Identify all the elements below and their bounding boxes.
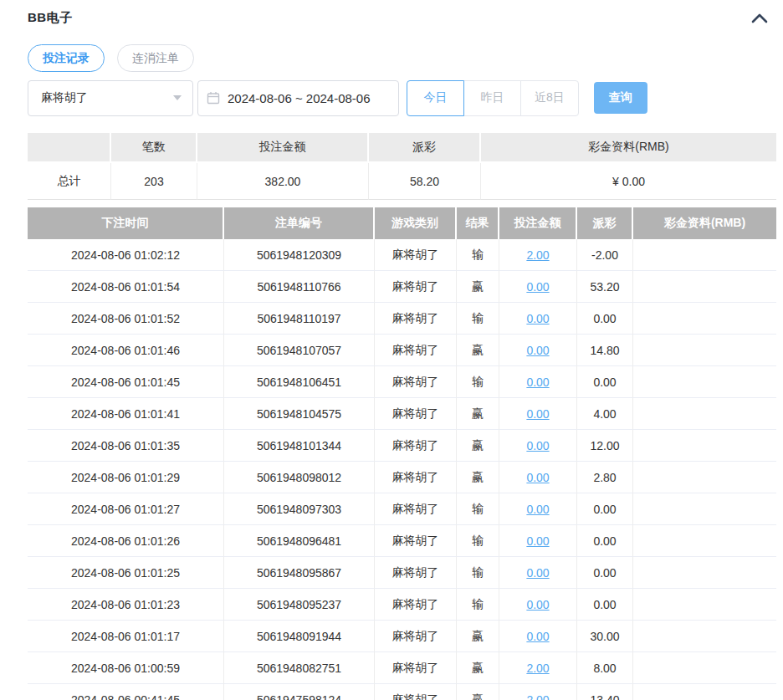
cell-bonus [633, 398, 776, 430]
cell-bonus [633, 525, 776, 557]
bet-amount-link[interactable]: 0.00 [526, 280, 549, 294]
last-8-days-button[interactable]: 近8日 [520, 80, 579, 116]
date-quick-buttons: 今日 昨日 近8日 [407, 80, 579, 116]
yesterday-button[interactable]: 昨日 [463, 80, 521, 116]
cell-result: 输 [457, 303, 499, 335]
table-row: 2024-08-06 01:01:455061948106451麻将胡了输0.0… [28, 366, 776, 398]
panel-header: BB电子 [28, 0, 776, 26]
table-row: 2024-08-06 01:00:595061948082751麻将胡了赢2.0… [28, 652, 776, 684]
summary-total-bet-amount: 382.00 [197, 163, 369, 200]
table-row: 2024-08-06 01:01:525061948110197麻将胡了输0.0… [28, 303, 776, 335]
cell-bonus [633, 493, 776, 525]
cell-bet-amount: 0.00 [499, 589, 577, 621]
cell-bet-time: 2024-08-06 01:01:17 [28, 621, 224, 652]
cell-order-id: 5061948104575 [224, 398, 375, 430]
cell-order-id: 5061947598124 [224, 684, 375, 700]
col-header-bonus: 彩金资料(RMB) [633, 207, 776, 239]
cell-bet-time: 2024-08-06 01:01:26 [28, 525, 224, 557]
summary-header-row: 笔数 投注金额 派彩 彩金资料(RMB) [28, 133, 776, 163]
cell-payout: 53.20 [577, 271, 633, 303]
bet-amount-link[interactable]: 0.00 [526, 598, 549, 611]
bet-amount-link[interactable]: 0.00 [526, 407, 549, 421]
cell-bonus [633, 430, 776, 462]
cell-result: 赢 [457, 398, 499, 430]
today-button[interactable]: 今日 [407, 80, 464, 116]
bet-amount-link[interactable]: 0.00 [526, 534, 549, 548]
cell-game-type: 麻将胡了 [375, 652, 457, 684]
cell-bet-time: 2024-08-06 01:01:41 [28, 398, 224, 430]
collapse-panel-button[interactable] [750, 12, 770, 25]
cell-bet-amount: 0.00 [499, 303, 577, 335]
table-row: 2024-08-06 01:01:175061948091944麻将胡了赢0.0… [28, 621, 776, 652]
bet-table-body: 2024-08-06 01:02:125061948120309麻将胡了输2.0… [28, 239, 776, 700]
bet-amount-link[interactable]: 0.00 [526, 312, 549, 325]
cell-bonus [633, 684, 776, 700]
cell-game-type: 麻将胡了 [375, 239, 457, 271]
cell-payout: 14.80 [577, 335, 633, 366]
cell-game-type: 麻将胡了 [375, 462, 457, 493]
query-button[interactable]: 查询 [594, 82, 647, 114]
cell-bet-time: 2024-08-06 01:01:54 [28, 271, 224, 303]
table-row: 2024-08-06 01:01:295061948098012麻将胡了赢0.0… [28, 462, 776, 493]
bet-amount-link[interactable]: 0.00 [526, 344, 549, 357]
filter-bar: 麻将胡了 2024-08-06 ~ 2024-08-06 今日 昨日 [28, 79, 776, 116]
summary-header-blank [28, 133, 111, 163]
tab-bet-records[interactable]: 投注记录 [28, 44, 105, 72]
cell-result: 赢 [457, 462, 499, 493]
tab-cancelled-orders[interactable]: 连消注单 [117, 44, 194, 72]
cell-game-type: 麻将胡了 [375, 366, 457, 398]
cell-result: 输 [457, 366, 499, 398]
cell-order-id: 5061948120309 [224, 239, 375, 271]
cell-payout: 30.00 [577, 621, 633, 652]
cell-order-id: 5061948082751 [224, 652, 375, 684]
bet-amount-link[interactable]: 0.00 [526, 471, 549, 484]
today-button-label: 今日 [424, 90, 448, 105]
cell-payout: 13.40 [577, 684, 633, 700]
table-row: 2024-08-06 01:01:275061948097303麻将胡了输0.0… [28, 493, 776, 525]
cell-payout: -2.00 [577, 239, 633, 271]
col-header-result: 结果 [457, 207, 499, 239]
cell-order-id: 5061948106451 [224, 366, 375, 398]
bet-amount-link[interactable]: 0.00 [526, 566, 549, 580]
date-range-input[interactable]: 2024-08-06 ~ 2024-08-06 [197, 80, 399, 116]
cell-order-id: 5061948101344 [224, 430, 375, 462]
table-row: 2024-08-06 01:01:255061948095867麻将胡了输0.0… [28, 557, 776, 589]
cell-bonus [633, 652, 776, 684]
cell-bonus [633, 589, 776, 621]
bet-amount-link[interactable]: 2.00 [526, 662, 549, 675]
game-type-select[interactable]: 麻将胡了 [28, 80, 193, 116]
cell-result: 输 [457, 239, 499, 271]
cell-order-id: 5061948096481 [224, 525, 375, 557]
bet-amount-link[interactable]: 0.00 [526, 439, 549, 452]
cell-bonus [633, 621, 776, 652]
bet-amount-link[interactable]: 2.00 [526, 248, 549, 262]
table-row: 2024-08-06 01:01:415061948104575麻将胡了赢0.0… [28, 398, 776, 430]
cell-game-type: 麻将胡了 [375, 335, 457, 366]
bet-record-panel: BB电子 投注记录 连消注单 麻将胡了 [0, 0, 783, 700]
cell-payout: 0.00 [577, 303, 633, 335]
cell-payout: 2.80 [577, 462, 633, 493]
bet-amount-link[interactable]: 0.00 [526, 376, 549, 389]
cell-bet-amount: 0.00 [499, 621, 577, 652]
cell-result: 输 [457, 493, 499, 525]
bet-amount-link[interactable]: 0.00 [526, 630, 549, 643]
summary-total-count: 203 [111, 163, 197, 200]
bet-amount-link[interactable]: 0.00 [526, 503, 549, 516]
cell-bet-amount: 0.00 [499, 525, 577, 557]
cell-bet-amount: 0.00 [499, 335, 577, 366]
cell-bet-amount: 0.00 [499, 271, 577, 303]
summary-total-bonus: ¥ 0.00 [481, 163, 776, 200]
bet-amount-link[interactable]: 2.00 [526, 693, 549, 700]
cell-order-id: 5061948097303 [224, 493, 375, 525]
cell-bet-time: 2024-08-06 01:01:46 [28, 335, 224, 366]
cell-result: 输 [457, 525, 499, 557]
summary-total-row: 总计 203 382.00 58.20 ¥ 0.00 [28, 163, 776, 200]
cell-result: 赢 [457, 652, 499, 684]
col-header-order-id: 注单编号 [224, 207, 375, 239]
cell-order-id: 5061948091944 [224, 621, 375, 652]
cell-order-id: 5061948098012 [224, 462, 375, 493]
cell-bonus [633, 271, 776, 303]
cell-payout: 8.00 [577, 652, 633, 684]
table-row: 2024-08-06 01:01:465061948107057麻将胡了赢0.0… [28, 335, 776, 366]
record-tabs: 投注记录 连消注单 [28, 44, 776, 72]
